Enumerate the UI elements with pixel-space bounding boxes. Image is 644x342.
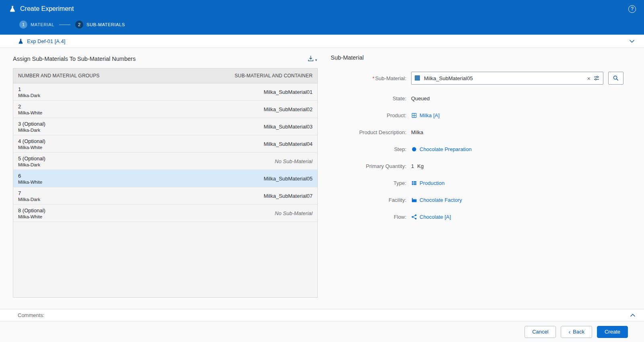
wizard-step-sub-materials[interactable]: 2 SUB-MATERIALS xyxy=(75,21,125,29)
header: Create Experiment ? 1 MATERIAL 2 SUB-MAT… xyxy=(0,0,644,35)
create-experiment-page: Create Experiment ? 1 MATERIAL 2 SUB-MAT… xyxy=(0,0,644,342)
flow-value: Chocolate [A] xyxy=(420,214,451,220)
row-sub-material: No Sub-Material xyxy=(275,158,313,164)
detail-form: *Sub-Material: × xyxy=(331,72,625,220)
table-row[interactable]: 3 (Optional) Milka-Dark Milka_SubMateria… xyxy=(13,118,317,135)
row-material-cell: 5 (Optional) Milka-Dark xyxy=(18,155,45,167)
sub-material-label: *Sub-Material: xyxy=(331,75,406,81)
table-row[interactable]: 2 Milka-White Milka_SubMaterial02 xyxy=(13,101,317,118)
facility-label: Facility: xyxy=(331,197,406,203)
row-group: Milka-White xyxy=(18,110,42,115)
row-sub-material: Milka_SubMaterial03 xyxy=(264,124,313,130)
product-description-label: Product Description: xyxy=(331,129,406,135)
product-description-field-row: Product Description: Milka xyxy=(331,129,625,135)
experiment-header-bar[interactable]: Exp Def-01 [A.4] xyxy=(0,35,644,48)
chevron-down-icon: ▾ xyxy=(315,58,317,62)
table-row[interactable]: 4 (Optional) Milka-White Milka_SubMateri… xyxy=(13,135,317,153)
sub-material-field-row: *Sub-Material: × xyxy=(331,72,625,85)
wizard-steps: 1 MATERIAL 2 SUB-MATERIALS xyxy=(0,18,644,35)
row-sub-material: Milka_SubMaterial07 xyxy=(264,193,313,199)
flask-icon xyxy=(18,38,24,44)
facility-field-row: Facility: Chocolate Factory xyxy=(331,197,625,203)
step-label: MATERIAL xyxy=(31,22,54,27)
step-number: 2 xyxy=(75,21,83,29)
row-material-cell: 6 Milka-White xyxy=(18,173,42,184)
sub-material-input-group: × xyxy=(411,72,603,85)
table-row[interactable]: 7 Milka-Dark Milka_SubMaterial07 xyxy=(13,187,317,205)
search-icon xyxy=(613,75,619,81)
assign-panel-header: Assign Sub-Materials To Sub-Material Num… xyxy=(13,54,318,63)
sub-material-detail-panel: Sub-Material *Sub-Material: × xyxy=(318,48,644,309)
state-value: Queued xyxy=(411,95,430,102)
type-value: Production xyxy=(420,180,444,186)
experiment-title: Exp Def-01 [A.4] xyxy=(27,38,65,44)
flow-icon xyxy=(411,214,417,220)
product-link[interactable]: Milka [A] xyxy=(411,112,440,118)
row-group: Milka-Dark xyxy=(18,93,40,98)
facility-link[interactable]: Chocolate Factory xyxy=(411,197,462,203)
type-list-icon xyxy=(411,180,417,186)
product-grid-icon xyxy=(411,112,417,118)
required-marker: * xyxy=(372,75,374,81)
row-group: Milka-Dark xyxy=(18,162,45,167)
product-description-value: Milka xyxy=(411,129,423,135)
table-row[interactable]: 1 Milka-Dark Milka_SubMaterial01 xyxy=(13,83,317,101)
export-button[interactable]: ▾ xyxy=(307,54,318,63)
table-row-selected[interactable]: 6 Milka-White Milka_SubMaterial05 xyxy=(13,170,317,187)
row-number: 8 (Optional) xyxy=(18,207,45,213)
flow-link[interactable]: Chocolate [A] xyxy=(411,214,451,220)
type-link[interactable]: Production xyxy=(411,180,444,186)
sub-material-value: × xyxy=(411,72,623,85)
step-label: SUB-MATERIALS xyxy=(86,22,125,27)
row-group: Milka-White xyxy=(18,145,45,150)
product-value: Milka [A] xyxy=(420,112,440,118)
primary-quantity-value: 1 xyxy=(411,163,414,169)
table-header-row: NUMBER AND MATERIAL GROUPS SUB-MATERIAL … xyxy=(13,68,317,83)
cancel-button[interactable]: Cancel xyxy=(525,326,556,338)
main-content: Assign Sub-Materials To Sub-Material Num… xyxy=(0,48,644,309)
flask-icon xyxy=(9,5,16,12)
type-label: Type: xyxy=(331,180,406,186)
comments-label: Comments: xyxy=(18,312,44,318)
help-icon[interactable]: ? xyxy=(628,5,636,13)
primary-quantity-unit: Kg xyxy=(417,163,424,169)
row-group: Milka-White xyxy=(18,214,45,219)
step-number: 1 xyxy=(19,21,27,29)
value-help-icon[interactable] xyxy=(593,75,600,81)
row-group: Milka-Dark xyxy=(18,197,40,202)
primary-quantity-field-row: Primary Quantity: 1 Kg xyxy=(331,163,625,169)
step-link[interactable]: Chocolate Preparation xyxy=(411,146,471,152)
row-number: 2 xyxy=(18,104,42,110)
row-material-cell: 2 Milka-White xyxy=(18,104,42,115)
table-empty-area xyxy=(13,222,317,297)
product-field-row: Product: Milka [A] xyxy=(331,112,625,118)
chevron-up-icon[interactable] xyxy=(630,312,636,319)
primary-quantity-label: Primary Quantity: xyxy=(331,163,406,169)
wizard-step-material[interactable]: 1 MATERIAL xyxy=(19,21,54,29)
chevron-down-icon[interactable] xyxy=(629,38,635,44)
step-circle-icon xyxy=(411,146,417,152)
row-sub-material: Milka_SubMaterial04 xyxy=(264,141,313,147)
footer-action-bar: Cancel ‹ Back Create xyxy=(0,321,644,342)
comments-bar[interactable]: Comments: xyxy=(0,309,644,321)
row-sub-material: Milka_SubMaterial05 xyxy=(264,176,313,182)
sub-material-input[interactable] xyxy=(411,72,603,85)
row-material-cell: 7 Milka-Dark xyxy=(18,190,40,202)
row-material-cell: 1 Milka-Dark xyxy=(18,86,40,98)
back-button[interactable]: ‹ Back xyxy=(561,326,592,338)
chevron-left-icon: ‹ xyxy=(568,329,570,335)
download-icon xyxy=(307,55,314,62)
create-button[interactable]: Create xyxy=(597,326,628,338)
clear-icon[interactable]: × xyxy=(587,72,591,85)
row-material-cell: 4 (Optional) Milka-White xyxy=(18,138,45,150)
step-value: Chocolate Preparation xyxy=(420,146,471,152)
table-row[interactable]: 8 (Optional) Milka-White No Sub-Material xyxy=(13,205,317,222)
table-row[interactable]: 5 (Optional) Milka-Dark No Sub-Material xyxy=(13,153,317,170)
row-group: Milka-Dark xyxy=(18,128,45,133)
assign-panel: Assign Sub-Materials To Sub-Material Num… xyxy=(0,48,318,309)
row-sub-material: No Sub-Material xyxy=(275,210,313,216)
step-connector xyxy=(59,25,70,25)
step-label: Step: xyxy=(331,146,406,152)
search-button[interactable] xyxy=(608,72,623,85)
type-field-row: Type: Production xyxy=(331,180,625,186)
